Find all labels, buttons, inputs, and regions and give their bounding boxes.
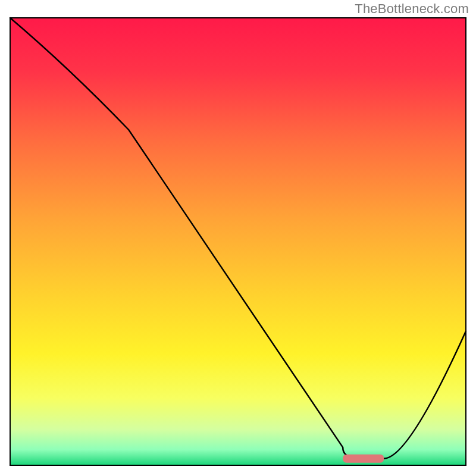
watermark-text: TheBottleneck.com: [355, 1, 469, 17]
bottleneck-chart: [0, 0, 476, 476]
optimum-marker: [343, 455, 384, 463]
chart-stage: TheBottleneck.com: [0, 0, 476, 476]
plot-background: [10, 18, 466, 465]
